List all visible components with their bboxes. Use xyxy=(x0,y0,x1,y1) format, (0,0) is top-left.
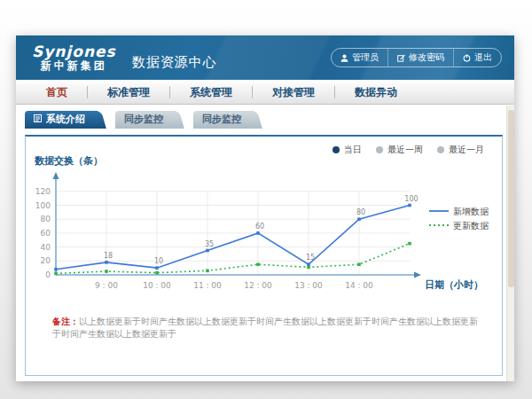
data-point xyxy=(206,269,209,272)
point-label: 60 xyxy=(255,223,264,231)
legend-label: 新增数据 xyxy=(453,207,489,216)
radio-label: 当日 xyxy=(344,144,362,156)
data-point xyxy=(408,242,411,246)
y-axis-title: 数据交换（条） xyxy=(35,154,103,168)
content-area: 系统介绍 同步监控 同步监控 数据交换（条） 当日 最近一周 xyxy=(16,105,514,380)
data-point xyxy=(155,266,159,270)
point-label: 15 xyxy=(306,254,315,262)
point-label: 10 xyxy=(154,257,163,265)
radio-last-week[interactable]: 最近一周 xyxy=(376,144,423,156)
x-axis-arrow xyxy=(414,272,421,278)
tab-system-intro[interactable]: 系统介绍 xyxy=(25,111,98,129)
y-tick-label: 100 xyxy=(35,201,51,210)
y-tick-label: 40 xyxy=(41,243,51,252)
y-tick-label: 120 xyxy=(35,187,51,196)
tab-label: 同步监控 xyxy=(202,111,241,129)
data-point xyxy=(256,262,260,266)
y-axis-arrow xyxy=(53,172,59,179)
document-icon xyxy=(34,111,42,129)
change-password-label: 修改密码 xyxy=(409,51,444,64)
time-range-selector: 当日 最近一周 最近一月 xyxy=(332,144,484,156)
data-point xyxy=(357,262,361,266)
nav-item-standard-mgmt[interactable]: 标准管理 xyxy=(88,81,169,104)
scrollbar-thumb[interactable] xyxy=(508,110,514,287)
footnote-text: 以上数据更新于时间产生数据以上数据更新于时间产生数据以上数据更新于时间产生数据以… xyxy=(52,317,478,339)
data-point xyxy=(105,270,108,273)
logo-text-en: Synjones xyxy=(32,44,116,60)
radio-dot-selected xyxy=(332,146,340,153)
app-window: Synjones 新中新集团 数据资源中心 管理员 修改密码 退出 xyxy=(16,35,514,381)
radio-today[interactable]: 当日 xyxy=(332,144,362,156)
x-tick-label: 9 : 00 xyxy=(95,281,118,290)
app-header: Synjones 新中新集团 数据资源中心 管理员 修改密码 退出 xyxy=(16,35,514,80)
point-label: 18 xyxy=(104,252,113,260)
point-label: 80 xyxy=(356,208,365,216)
current-user-button[interactable]: 管理员 xyxy=(332,49,387,66)
y-tick-label: 60 xyxy=(41,229,51,238)
footnote: 备注：以上数据更新于时间产生数据以上数据更新于时间产生数据以上数据更新于时间产生… xyxy=(52,316,478,340)
company-logo: Synjones 新中新集团 xyxy=(32,44,116,71)
page-title: 数据资源中心 xyxy=(132,45,217,71)
user-icon xyxy=(340,54,348,62)
radio-last-month[interactable]: 最近一月 xyxy=(437,144,484,156)
power-icon xyxy=(463,54,471,62)
data-point xyxy=(54,268,58,271)
chart-panel: 数据交换（条） 当日 最近一周 最近一月 0204060801001209 : … xyxy=(25,135,503,376)
point-label: 35 xyxy=(205,240,214,248)
data-point xyxy=(307,262,310,266)
main-nav: 首页 标准管理 系统管理 对接管理 数据异动 xyxy=(16,80,514,105)
data-point xyxy=(155,271,159,275)
radio-label: 最近一月 xyxy=(449,144,484,156)
data-point xyxy=(105,261,108,264)
radio-dot xyxy=(437,146,444,153)
nav-item-home[interactable]: 首页 xyxy=(27,81,87,104)
logout-label: 退出 xyxy=(474,51,492,64)
point-label: 100 xyxy=(404,195,418,203)
scrollbar[interactable] xyxy=(506,106,514,381)
y-tick-label: 0 xyxy=(45,270,51,279)
data-point xyxy=(54,272,58,276)
x-tick-label: 13 : 00 xyxy=(294,281,323,290)
tab-bar: 系统介绍 同步监控 同步监控 xyxy=(16,105,514,129)
data-point xyxy=(256,231,260,235)
logout-button[interactable]: 退出 xyxy=(453,49,501,66)
y-tick-label: 20 xyxy=(41,256,51,265)
data-point xyxy=(357,217,361,221)
current-user-label: 管理员 xyxy=(352,51,379,64)
x-tick-label: 10 : 00 xyxy=(143,281,171,290)
x-tick-label: 14 : 00 xyxy=(345,281,373,290)
user-controls: 管理员 修改密码 退出 xyxy=(331,48,502,67)
tab-label: 系统介绍 xyxy=(46,111,85,129)
tab-sync-monitor-1[interactable]: 同步监控 xyxy=(115,111,176,129)
footnote-prefix: 备注： xyxy=(52,317,79,326)
nav-item-interface-mgmt[interactable]: 对接管理 xyxy=(253,81,334,104)
data-point xyxy=(206,249,209,253)
edit-icon xyxy=(397,54,405,62)
legend-label: 更新数据 xyxy=(453,221,489,231)
change-password-button[interactable]: 修改密码 xyxy=(387,49,453,66)
logo-text-cn: 新中新集团 xyxy=(32,60,116,72)
tab-label: 同步监控 xyxy=(124,111,163,129)
x-axis-title: 日期（小时） xyxy=(425,279,483,291)
tab-sync-monitor-2[interactable]: 同步监控 xyxy=(193,111,254,129)
x-tick-label: 11 : 00 xyxy=(193,281,222,290)
nav-item-system-mgmt[interactable]: 系统管理 xyxy=(170,81,252,104)
y-tick-label: 80 xyxy=(41,215,51,223)
data-point xyxy=(408,204,411,207)
nav-item-data-change[interactable]: 数据异动 xyxy=(335,81,417,104)
radio-label: 最近一周 xyxy=(387,144,423,156)
radio-dot xyxy=(376,146,383,153)
data-point xyxy=(307,266,310,270)
x-tick-label: 12 : 00 xyxy=(244,281,272,290)
